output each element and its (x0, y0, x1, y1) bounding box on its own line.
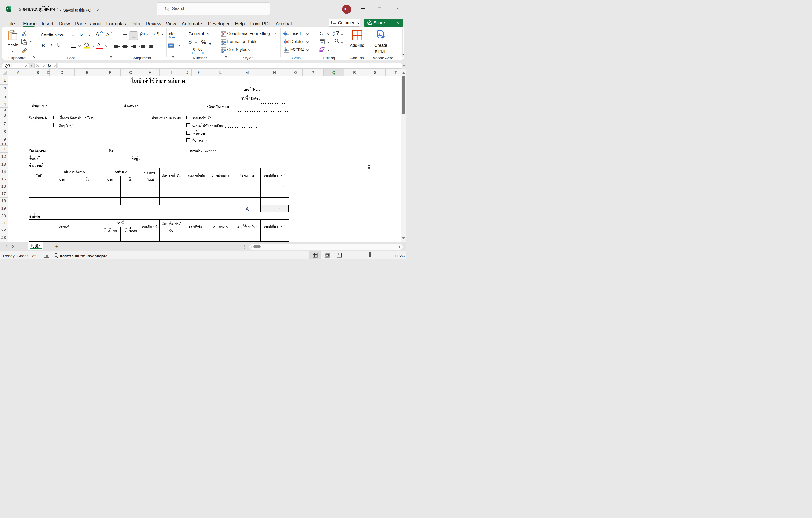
svg-text:X: X (6, 7, 9, 10)
